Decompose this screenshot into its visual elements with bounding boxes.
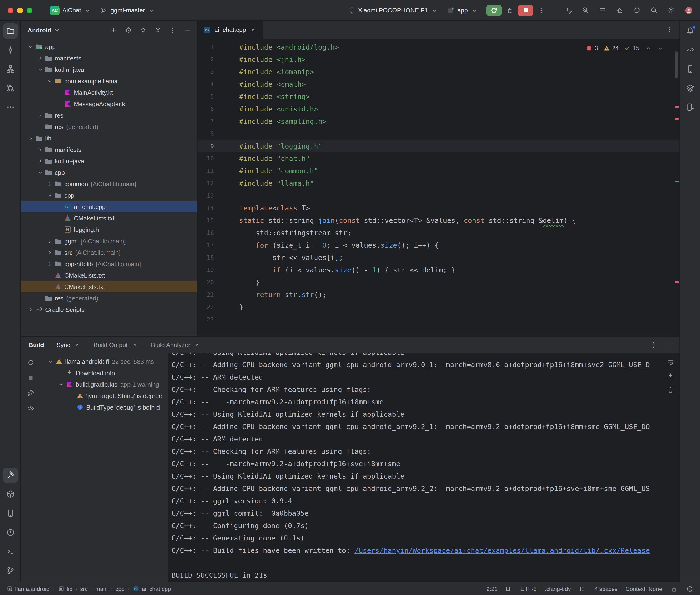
collapse-all-button[interactable] xyxy=(152,25,163,35)
resolve-context[interactable]: Context: None xyxy=(626,586,662,592)
warnings-count[interactable]: 24 xyxy=(603,44,619,52)
tree-item-messageadapter-kt[interactable]: MessageAdapter.kt xyxy=(21,98,197,110)
run-button[interactable] xyxy=(486,4,502,16)
project-view-selector[interactable]: Android xyxy=(28,26,52,34)
add-button[interactable] xyxy=(108,25,119,35)
breadcrumb-ai-chat-cpp[interactable]: C+ai_chat.cpp xyxy=(132,585,171,593)
code-line-12[interactable]: 12#include "llama.h" xyxy=(198,177,679,190)
caret-position[interactable]: 9:21 xyxy=(486,586,498,592)
device-selector[interactable]: Xiaomi POCOPHONE F1 xyxy=(344,5,442,16)
commit-tool-button[interactable] xyxy=(3,42,18,58)
plugin-button[interactable] xyxy=(630,4,643,17)
breadcrumb-src[interactable]: src xyxy=(80,586,88,592)
locate-file-button[interactable] xyxy=(123,25,133,35)
tree-item-cmakelists-txt[interactable]: CMakeLists.txt xyxy=(21,213,197,224)
build-tab-build-analyzer[interactable]: Build Analyzer xyxy=(151,337,201,353)
minimize-window-button[interactable] xyxy=(17,7,23,13)
stop-button[interactable] xyxy=(518,4,533,16)
build-node-download-info[interactable]: Download info xyxy=(40,367,168,378)
readonly-toggle[interactable] xyxy=(670,585,678,593)
tree-item-cpp[interactable]: cpp xyxy=(21,167,197,178)
user-avatar[interactable] xyxy=(683,4,695,16)
clear-all-button[interactable] xyxy=(665,384,675,395)
code-line-8[interactable]: 8 xyxy=(198,128,679,140)
close-icon[interactable] xyxy=(74,341,81,348)
gradle-tool-button[interactable] xyxy=(682,42,698,58)
code-line-18[interactable]: 18 str << values[i]; xyxy=(198,251,679,264)
tree-item-cmakelists-txt[interactable]: CMakeLists.txt xyxy=(21,270,197,281)
code-line-10[interactable]: 10#include "chat.h" xyxy=(198,152,679,165)
layout-inspector-tool-button[interactable] xyxy=(682,81,698,96)
running-devices-tool-button[interactable] xyxy=(682,100,698,115)
tree-item-mainactivity-kt[interactable]: MainActivity.kt xyxy=(21,87,197,98)
pull-requests-tool-button[interactable] xyxy=(3,81,18,96)
indent-style-widget[interactable] xyxy=(579,585,587,593)
close-tab-icon[interactable] xyxy=(249,26,257,34)
more-tool-windows-tool-button[interactable] xyxy=(3,100,18,115)
device-manager-tool-button[interactable] xyxy=(682,61,698,77)
close-icon[interactable] xyxy=(194,341,201,348)
breadcrumb-lib[interactable]: lib xyxy=(57,585,73,593)
tree-item-kotlin-java[interactable]: kotlin+java xyxy=(21,155,197,167)
tree-item-manifests[interactable]: manifests xyxy=(21,52,197,64)
code-line-6[interactable]: 6#include <unistd.h> xyxy=(198,103,679,115)
breadcrumb-cpp[interactable]: cpp xyxy=(115,586,124,592)
build-tab-build-output[interactable]: Build Output xyxy=(93,337,139,353)
code-line-11[interactable]: 11#include "common.h" xyxy=(198,165,679,177)
device-explorer-tool-button[interactable] xyxy=(3,506,18,521)
tree-item-src[interactable]: src[AiChat.lib.main] xyxy=(21,247,197,258)
debug-button[interactable] xyxy=(504,4,516,16)
code-line-2[interactable]: 2#include <jni.h> xyxy=(198,53,679,66)
code-line-5[interactable]: 5#include <string> xyxy=(198,90,679,103)
dependencies-tool-button[interactable] xyxy=(3,487,18,502)
build-options-button[interactable] xyxy=(648,340,658,350)
code-line-23[interactable]: 23 xyxy=(198,313,679,326)
code-line-21[interactable]: 21 return str.str(); xyxy=(198,289,679,301)
build-tab-sync[interactable]: Sync xyxy=(56,337,81,353)
code-line-20[interactable]: 20 } xyxy=(198,276,679,289)
tree-item-cpp[interactable]: cpp xyxy=(21,190,197,201)
inspections-widget[interactable]: 3 24 15 xyxy=(583,43,666,53)
inspections-status[interactable] xyxy=(686,585,694,593)
project-selector[interactable]: AC AiChat xyxy=(47,4,95,17)
build-tool-button[interactable] xyxy=(3,468,18,483)
branch-selector[interactable]: ggml-master xyxy=(97,5,159,16)
tree-item-ai-chat-cpp[interactable]: C+ai_chat.cpp xyxy=(21,201,197,213)
tree-item-ggml[interactable]: ggml[AiChat.lib.main] xyxy=(21,235,197,247)
typos-count[interactable]: 15 xyxy=(623,44,639,52)
indent-size[interactable]: 4 spaces xyxy=(595,586,618,592)
errors-count[interactable]: 3 xyxy=(585,44,598,52)
options-button[interactable] xyxy=(167,25,178,35)
next-problem-icon[interactable] xyxy=(656,44,664,52)
error-stripe-mark[interactable] xyxy=(674,118,679,119)
bug-button[interactable] xyxy=(613,4,626,17)
line-separator[interactable]: LF xyxy=(506,586,512,592)
build-node-build-gradle-kts[interactable]: build.gradle.ktsapp 1 warning xyxy=(40,378,168,390)
tree-item-cmakelists-txt[interactable]: CMakeLists.txt xyxy=(21,281,197,292)
run-config-selector[interactable]: app xyxy=(444,5,482,16)
text-edit-button[interactable] xyxy=(562,4,575,17)
code-search-button[interactable] xyxy=(579,4,592,17)
tree-item-res[interactable]: res xyxy=(21,110,197,121)
build-node-jvmtarget-string-is-deprec[interactable]: 'jvmTarget: String' is deprec xyxy=(40,390,168,401)
error-stripe-mark[interactable] xyxy=(674,106,679,108)
editor-options-button[interactable] xyxy=(664,25,674,35)
tree-item-lib[interactable]: lib xyxy=(21,132,197,144)
pin-tab-button[interactable] xyxy=(25,388,36,398)
clang-tidy[interactable]: .clang-tidy xyxy=(545,586,571,592)
file-encoding[interactable]: UTF-8 xyxy=(521,586,537,592)
tree-item-gradle-scripts[interactable]: Gradle Scripts xyxy=(21,304,197,315)
chevron-down-icon[interactable] xyxy=(53,26,61,34)
editor-tab-ai-chat-cpp[interactable]: C+ ai_chat.cpp xyxy=(198,21,263,39)
code-line-14[interactable]: 14template<class T> xyxy=(198,202,679,214)
stop-sync-button[interactable] xyxy=(25,372,36,383)
view-options-button[interactable] xyxy=(25,403,36,413)
code-line-4[interactable]: 4#include <cmath> xyxy=(198,78,679,90)
code-line-16[interactable]: 16 std::ostringstream str; xyxy=(198,227,679,239)
close-window-button[interactable] xyxy=(8,7,13,13)
code-line-13[interactable]: 13 xyxy=(198,190,679,202)
notifications-tool-button[interactable] xyxy=(682,23,698,38)
previous-problem-icon[interactable] xyxy=(644,44,652,52)
logcat-button[interactable] xyxy=(596,4,609,17)
problems-tool-button[interactable] xyxy=(3,525,18,540)
